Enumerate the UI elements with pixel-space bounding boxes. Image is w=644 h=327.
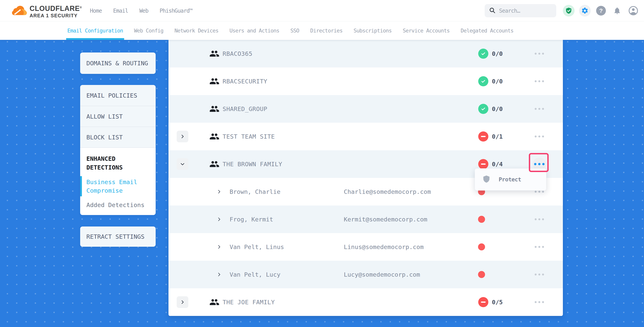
search-bar[interactable] — [485, 4, 556, 17]
brand-block: CLOUDFLARE® AREA 1 SECURITY — [30, 3, 82, 19]
table-row-user[interactable]: Van Pelt, Linus Linus@somedemocorp.com — [168, 233, 563, 261]
sidebar-item-allow-list[interactable]: ALLOW LIST — [80, 106, 156, 127]
sidebar-item-email-policies[interactable]: EMAIL POLICIES — [80, 85, 156, 106]
user-email: Kermit@somedemocorp.com — [344, 216, 427, 223]
status-badge — [478, 76, 488, 86]
brand-name: CLOUDFLARE — [30, 4, 80, 12]
protected-count: 0/4 — [492, 161, 503, 168]
settings-gear-icon[interactable] — [579, 5, 591, 16]
group-name: RBACO365 — [222, 50, 252, 57]
row-menu-button[interactable] — [533, 296, 546, 309]
group-icon — [209, 159, 220, 169]
expand-chevron-button[interactable] — [177, 131, 188, 142]
table-row-group[interactable]: RBACO365 0/0 — [168, 40, 563, 67]
app-header: CLOUDFLARE® AREA 1 SECURITY Home Email W… — [0, 0, 644, 21]
group-name: TEST TEAM SITE — [222, 133, 275, 140]
section-tab-bar: Email Configuration Web Config Network D… — [0, 21, 644, 40]
sidebar-item-retract-settings[interactable]: RETRACT SETTINGS — [80, 227, 156, 247]
table-row-group[interactable]: RBACSECURITY 0/0 — [168, 67, 563, 95]
status-dot — [478, 216, 485, 223]
user-email: Charlie@somedemocorp.com — [344, 188, 431, 195]
row-menu-button[interactable] — [533, 47, 546, 60]
tab-users-and-actions[interactable]: Users and Actions — [230, 21, 279, 40]
security-status-icon[interactable] — [563, 5, 574, 16]
user-email: Lucy@somedemocorp.com — [344, 271, 420, 278]
header-icons: ? — [563, 0, 639, 21]
sidebar-item-block-list[interactable]: BLOCK LIST — [80, 127, 156, 147]
group-icon — [209, 297, 220, 307]
tab-service-accounts[interactable]: Service Accounts — [403, 21, 450, 40]
group-icon — [209, 76, 220, 86]
content-area: DOMAINS & ROUTING EMAIL POLICIES ALLOW L… — [0, 40, 644, 327]
brand-subtitle: AREA 1 SECURITY — [30, 12, 82, 19]
expand-chevron-button[interactable] — [177, 158, 188, 170]
sidebar-item-business-email-compromise[interactable]: Business Email Compromise — [86, 178, 150, 195]
protect-menu-item[interactable]: Protect — [475, 168, 546, 191]
table-row-group[interactable]: TEST TEAM SITE 0/1 — [168, 123, 563, 150]
user-email: Linus@somedemocorp.com — [344, 243, 424, 250]
expand-chevron-button[interactable] — [177, 296, 188, 308]
group-icon — [209, 131, 220, 142]
row-menu-button[interactable] — [533, 75, 546, 88]
status-badge — [478, 297, 488, 307]
tab-directories[interactable]: Directories — [310, 21, 342, 40]
status-badge — [478, 131, 488, 142]
group-icon — [209, 49, 220, 59]
row-menu-button[interactable] — [533, 102, 546, 115]
sidebar-item-added-detections[interactable]: Added Detections — [86, 201, 150, 209]
table-row-user[interactable]: Van Pelt, Lucy Lucy@somedemocorp.com — [168, 261, 563, 288]
cloudflare-logo-icon — [10, 3, 28, 19]
table-row-user[interactable]: Frog, Kermit Kermit@somedemocorp.com — [168, 206, 563, 233]
user-avatar-icon[interactable] — [628, 5, 639, 16]
group-name: THE JOE FAMILY — [222, 299, 275, 306]
group-table: RBACO365 0/0 RBACSECURITY 0/0 SHARED_GRO… — [168, 40, 563, 316]
nav-web[interactable]: Web — [139, 7, 148, 14]
row-menu-button[interactable] — [533, 213, 546, 226]
group-name: THE BROWN FAMILY — [222, 161, 282, 168]
group-name: SHARED_GROUP — [222, 105, 267, 112]
shield-icon — [482, 175, 490, 184]
protected-count: 0/0 — [492, 78, 503, 85]
tab-web-config[interactable]: Web Config — [134, 21, 164, 40]
sidebar-item-domains-routing[interactable]: DOMAINS & ROUTING — [80, 52, 156, 74]
status-dot — [478, 271, 485, 278]
user-name: Brown, Charlie — [230, 188, 280, 195]
tab-email-configuration[interactable]: Email Configuration — [67, 21, 123, 40]
protected-count: 0/1 — [492, 133, 503, 140]
tab-sso[interactable]: SSO — [290, 21, 299, 40]
sidebar-enhanced-detections-section: ENHANCED DETECTIONS Business Email Compr… — [80, 147, 156, 215]
user-chevron-icon[interactable] — [216, 189, 222, 194]
search-input[interactable] — [499, 7, 548, 14]
table-row-group[interactable]: SHARED_GROUP 0/0 — [168, 95, 563, 123]
protect-menu-label: Protect — [499, 176, 521, 183]
help-icon[interactable]: ? — [595, 5, 607, 16]
enhanced-detections-heading: ENHANCED DETECTIONS — [86, 154, 150, 172]
status-badge — [478, 49, 488, 59]
brand-trademark: ® — [80, 6, 82, 9]
protected-count: 0/5 — [492, 299, 503, 306]
status-dot — [478, 243, 485, 250]
row-menu-button[interactable] — [533, 268, 546, 281]
tab-delegated-accounts[interactable]: Delegated Accounts — [461, 21, 514, 40]
row-menu-button[interactable] — [533, 130, 546, 143]
tab-network-devices[interactable]: Network Devices — [174, 21, 218, 40]
notifications-bell-icon[interactable] — [611, 5, 623, 16]
user-name: Frog, Kermit — [230, 216, 273, 223]
group-icon — [209, 104, 220, 114]
user-chevron-icon[interactable] — [216, 217, 222, 222]
user-chevron-icon[interactable] — [216, 244, 222, 249]
row-menu-button[interactable] — [533, 240, 546, 254]
protected-count: 0/0 — [492, 105, 503, 112]
user-chevron-icon[interactable] — [216, 272, 222, 277]
group-name: RBACSECURITY — [222, 78, 267, 85]
search-icon — [489, 7, 496, 14]
nav-phishguard[interactable]: PhishGuard™ — [160, 7, 192, 14]
tab-subscriptions[interactable]: Subscriptions — [354, 21, 392, 40]
main-nav: Home Email Web PhishGuard™ — [90, 0, 192, 21]
nav-home[interactable]: Home — [90, 7, 102, 14]
status-badge — [478, 159, 488, 169]
table-row-group[interactable]: THE JOE FAMILY 0/5 — [168, 288, 563, 316]
status-badge — [478, 104, 488, 114]
nav-email[interactable]: Email — [113, 7, 128, 14]
user-name: Van Pelt, Linus — [230, 243, 284, 250]
